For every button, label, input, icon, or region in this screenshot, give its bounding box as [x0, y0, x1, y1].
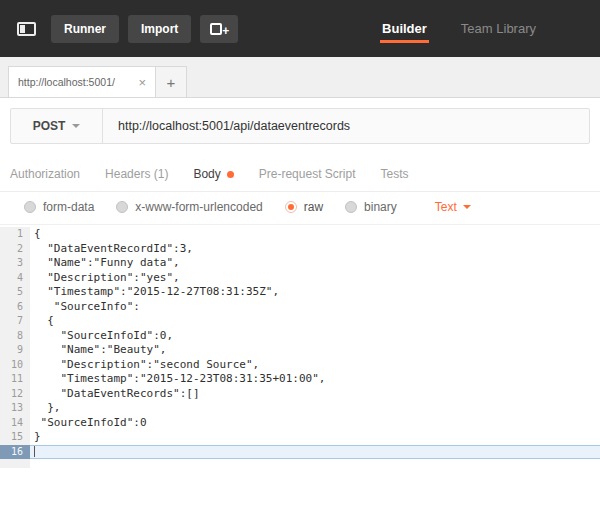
body-format-label: Text — [435, 200, 457, 214]
line-number: 3 — [0, 256, 30, 271]
sidebar-toggle-button[interactable] — [10, 15, 42, 42]
line-content: "Timestamp":"2015-12-27T08:31:35Z", — [30, 285, 600, 300]
line-content: "Name":"Funny data", — [30, 256, 600, 271]
chevron-down-icon — [72, 124, 80, 128]
text-cursor-icon — [34, 446, 35, 457]
editor-line-1[interactable]: 1{ — [0, 227, 600, 242]
editor-line-15[interactable]: 15} — [0, 430, 600, 445]
request-bar-section: POST http://localhost:5001/api/dataevent… — [0, 98, 600, 155]
url-text: http://localhost:5001/api/dataeventrecor… — [118, 119, 350, 133]
import-button[interactable]: Import — [128, 15, 191, 43]
open-request-tab-title: http://localhost:5001/ — [18, 76, 132, 88]
line-content: "SourceInfoId":0, — [30, 329, 600, 344]
editor-line-13[interactable]: 13 }, — [0, 401, 600, 416]
body-mode-label: raw — [304, 200, 323, 214]
editor-line-16[interactable]: 16 — [0, 445, 600, 460]
line-number: 12 — [0, 387, 30, 402]
line-content: "SourceInfoId":0 — [30, 416, 600, 431]
line-number: 8 — [0, 329, 30, 344]
body-format-dropdown[interactable]: Text — [435, 200, 471, 214]
top-navigation: Builder Team Library — [380, 15, 538, 43]
request-tab-label: Authorization — [10, 167, 80, 181]
editor-line-4[interactable]: 4 "Description":"yes", — [0, 271, 600, 286]
radio-icon — [24, 201, 36, 213]
new-window-icon — [210, 23, 222, 35]
runner-button[interactable]: Runner — [51, 15, 119, 43]
line-content: "Description":"yes", — [30, 271, 600, 286]
line-number: 1 — [0, 227, 30, 242]
editor-line-7[interactable]: 7 { — [0, 314, 600, 329]
chevron-down-icon — [463, 205, 471, 209]
editor-line-2[interactable]: 2 "DataEventRecordId":3, — [0, 242, 600, 257]
body-mode-binary[interactable]: binary — [345, 200, 397, 214]
line-number: 4 — [0, 271, 30, 286]
line-number: 5 — [0, 285, 30, 300]
line-content — [30, 445, 600, 460]
method-dropdown[interactable]: POST — [11, 109, 103, 143]
line-number: 9 — [0, 343, 30, 358]
new-window-button[interactable] — [200, 15, 238, 43]
line-content: "DataEventRecords":[] — [30, 387, 600, 402]
line-content: { — [30, 227, 600, 242]
line-number: 11 — [0, 372, 30, 387]
line-content: "Timestamp":"2015-12-23T08:31:35+01:00", — [30, 372, 600, 387]
request-tab-label: Headers (1) — [105, 167, 168, 181]
line-number: 14 — [0, 416, 30, 431]
body-mode-row: form-datax-www-form-urlencodedrawbinary … — [0, 192, 600, 225]
request-tabs: AuthorizationHeaders (1)BodyPre-request … — [0, 155, 600, 192]
open-request-tab[interactable]: http://localhost:5001/ × — [8, 66, 156, 97]
editor-line-11[interactable]: 11 "Timestamp":"2015-12-23T08:31:35+01:0… — [0, 372, 600, 387]
line-number: 16 — [0, 445, 30, 460]
editor-line-10[interactable]: 10 "Description":"second Source", — [0, 358, 600, 373]
line-content: }, — [30, 401, 600, 416]
body-mode-label: binary — [364, 200, 397, 214]
tab-team-library[interactable]: Team Library — [459, 15, 538, 43]
editor-line-14[interactable]: 14 "SourceInfoId":0 — [0, 416, 600, 431]
method-label: POST — [33, 119, 66, 133]
editor-line-5[interactable]: 5 "Timestamp":"2015-12-27T08:31:35Z", — [0, 285, 600, 300]
request-tab-headers-1[interactable]: Headers (1) — [105, 167, 168, 181]
radio-icon — [116, 201, 128, 213]
editor-line-12[interactable]: 12 "DataEventRecords":[] — [0, 387, 600, 402]
body-mode-raw[interactable]: raw — [285, 200, 323, 214]
sidebar-toggle-icon — [17, 22, 36, 36]
editor-line-8[interactable]: 8 "SourceInfoId":0, — [0, 329, 600, 344]
radio-icon — [285, 201, 297, 213]
request-bar: POST http://localhost:5001/api/dataevent… — [10, 108, 590, 144]
app-window: Runner Import Builder Team Library http:… — [0, 0, 600, 468]
body-mode-label: form-data — [43, 200, 94, 214]
request-tab-strip: http://localhost:5001/ × + — [0, 57, 600, 98]
line-content: "Name":"Beauty", — [30, 343, 600, 358]
line-content: } — [30, 430, 600, 445]
request-tab-tests[interactable]: Tests — [380, 167, 408, 181]
request-tab-label: Pre-request Script — [259, 167, 356, 181]
request-tab-pre-request-script[interactable]: Pre-request Script — [259, 167, 356, 181]
line-content: "Description":"second Source", — [30, 358, 600, 373]
editor-line-3[interactable]: 3 "Name":"Funny data", — [0, 256, 600, 271]
close-tab-icon[interactable]: × — [138, 76, 146, 89]
line-number: 7 — [0, 314, 30, 329]
line-number: 6 — [0, 300, 30, 315]
editor-line-9[interactable]: 9 "Name":"Beauty", — [0, 343, 600, 358]
line-content: "DataEventRecordId":3, — [30, 242, 600, 257]
line-number: 2 — [0, 242, 30, 257]
line-content: "SourceInfo": — [30, 300, 600, 315]
body-mode-label: x-www-form-urlencoded — [135, 200, 262, 214]
request-tab-authorization[interactable]: Authorization — [10, 167, 80, 181]
request-tab-body[interactable]: Body — [193, 167, 233, 181]
line-number: 15 — [0, 430, 30, 445]
request-tab-label: Body — [193, 167, 220, 181]
radio-icon — [345, 201, 357, 213]
line-number: 13 — [0, 401, 30, 416]
raw-body-editor[interactable]: 1{2 "DataEventRecordId":3,3 "Name":"Funn… — [0, 227, 600, 468]
tab-builder[interactable]: Builder — [380, 15, 429, 43]
body-mode-form-data[interactable]: form-data — [24, 200, 94, 214]
new-tab-button[interactable]: + — [156, 66, 187, 97]
url-input[interactable]: http://localhost:5001/api/dataeventrecor… — [103, 109, 589, 143]
editor-line-6[interactable]: 6 "SourceInfo": — [0, 300, 600, 315]
body-mode-options: form-datax-www-form-urlencodedrawbinary — [24, 200, 397, 214]
body-set-dot-icon — [227, 171, 234, 178]
request-tab-label: Tests — [380, 167, 408, 181]
line-number: 10 — [0, 358, 30, 373]
body-mode-x-www-form-urlencoded[interactable]: x-www-form-urlencoded — [116, 200, 262, 214]
